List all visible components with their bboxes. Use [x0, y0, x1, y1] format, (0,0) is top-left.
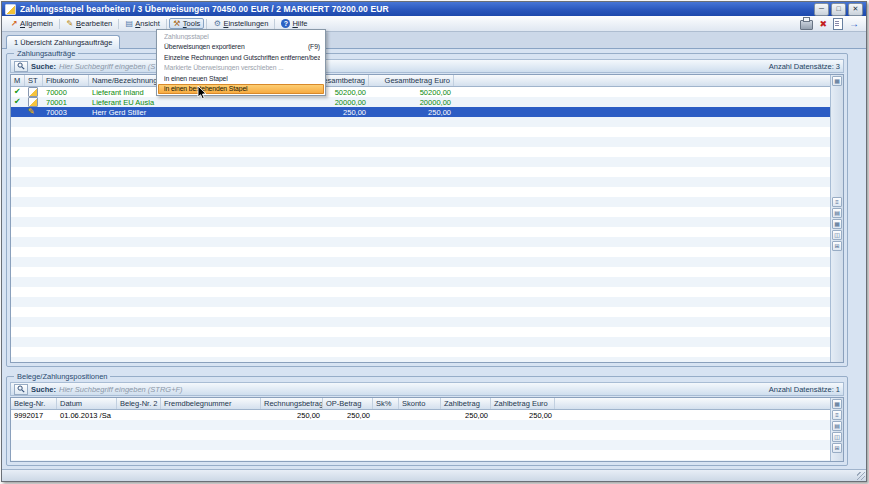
empty-row[interactable] [11, 327, 830, 337]
empty-row[interactable] [11, 267, 830, 277]
payment-row[interactable]: ✔70000Lieferant Inland50200,0050200,00 [11, 87, 830, 97]
menuitem-markierte-verschieben[interactable]: Markierte Überweisungen verschieben ... [158, 63, 324, 74]
empty-row[interactable] [11, 167, 830, 177]
empty-row[interactable] [11, 450, 830, 460]
menu-allgemein[interactable]: Allgemein [6, 18, 57, 29]
empty-row[interactable] [11, 187, 830, 197]
menuitem-ueberweisungen-exportieren[interactable]: Überweisungen exportieren (F9) [158, 42, 324, 53]
maximize-button[interactable] [831, 3, 846, 16]
position-row[interactable]: 999201701.06.2013 /Sa250,00250,00250,002… [11, 410, 830, 420]
form-view-icon[interactable] [832, 421, 842, 431]
shortcut-f9: (F9) [308, 43, 320, 50]
add-view-icon[interactable] [832, 443, 842, 453]
search-icon[interactable] [14, 61, 28, 72]
menuitem-in-neuen-stapel[interactable]: in einen neuen Stapel [158, 73, 324, 84]
empty-row[interactable] [11, 117, 830, 127]
split-view-icon[interactable] [832, 230, 842, 240]
fibukonto-cell: 70003 [43, 107, 89, 117]
search-icon[interactable] [14, 384, 28, 395]
menubar-separator [206, 19, 207, 29]
positions-table-body: 999201701.06.2013 /Sa250,00250,00250,002… [11, 410, 830, 461]
col-header-fibukonto[interactable]: Fibukonto [43, 75, 89, 86]
close-button[interactable] [848, 3, 863, 16]
empty-row[interactable] [11, 347, 830, 357]
col-header-op-betrag[interactable]: OP-Betrag [323, 398, 373, 409]
col-header-zahlbetrag[interactable]: Zahlbetrag [441, 398, 491, 409]
form-view-icon[interactable] [832, 208, 842, 218]
delete-button[interactable] [819, 18, 827, 30]
list-view-icon[interactable] [832, 410, 842, 420]
table-grid-icon[interactable] [832, 399, 842, 409]
print-button[interactable] [800, 18, 813, 30]
menu-hilfe[interactable]: Hilfe [277, 18, 311, 29]
empty-row[interactable] [11, 297, 830, 307]
titlebar[interactable]: Zahlungsstapel bearbeiten / 3 Überweisun… [2, 2, 866, 16]
empty-row[interactable] [11, 317, 830, 327]
op-betrag-cell: 250,00 [323, 410, 373, 420]
col-header-st[interactable]: ST [25, 75, 43, 86]
split-view-icon[interactable] [832, 432, 842, 442]
navigate-button[interactable] [849, 18, 859, 30]
minimize-button[interactable] [814, 3, 829, 16]
resize-grip[interactable] [857, 472, 865, 480]
empty-row[interactable] [11, 177, 830, 187]
empty-row[interactable] [11, 357, 830, 362]
col-header-m[interactable]: M [11, 75, 25, 86]
payments-searchbar[interactable]: Suche: Hier Suchbegriff eingeben (STRG+F… [10, 59, 844, 73]
payments-table-body: ✔70000Lieferant Inland50200,0050200,00✔7… [11, 87, 830, 362]
menu-bearbeiten[interactable]: Bearbeiten [62, 18, 116, 29]
empty-row[interactable] [11, 287, 830, 297]
empty-row[interactable] [11, 420, 830, 430]
search-input[interactable]: Hier Suchbegriff eingeben (STRG+F) [59, 385, 766, 394]
empty-row[interactable] [11, 157, 830, 167]
col-header-datum[interactable]: Datum [57, 398, 117, 409]
col-header-skonto[interactable]: Skonto [399, 398, 441, 409]
payment-row[interactable]: ✔70001Lieferant EU Ausla20000,0020000,00 [11, 97, 830, 107]
empty-row[interactable] [11, 337, 830, 347]
menuitem-zahlungsstapel[interactable]: Zahlungsstapel [158, 31, 324, 42]
payment-row[interactable]: 70003Herr Gerd Stiller250,00250,00 [11, 107, 830, 117]
menubar-separator [274, 19, 275, 29]
empty-row[interactable] [11, 440, 830, 450]
positions-searchbar[interactable]: Suche: Hier Suchbegriff eingeben (STRG+F… [10, 382, 844, 396]
window-title: Zahlungsstapel bearbeiten / 3 Überweisun… [20, 4, 814, 14]
empty-row[interactable] [11, 237, 830, 247]
empty-row[interactable] [11, 257, 830, 267]
empty-row[interactable] [11, 430, 830, 440]
empty-row[interactable] [11, 460, 830, 461]
menu-ansicht[interactable]: Ansicht [121, 18, 164, 29]
empty-row[interactable] [11, 247, 830, 257]
menuitem-einzelne-rechnungen-entfernen[interactable]: Einzelne Rechnungen und Gutschriften ent… [158, 52, 324, 63]
zahlbetrag-cell: 250,00 [441, 410, 491, 420]
st-cell [25, 87, 43, 97]
empty-row[interactable] [11, 307, 830, 317]
menu-einstellungen[interactable]: Einstellungen [209, 18, 272, 29]
document-button[interactable] [833, 18, 843, 30]
menuitem-in-bestehenden-stapel[interactable]: in einen bestehenden Stapel [158, 84, 324, 95]
add-view-icon[interactable] [832, 241, 842, 251]
empty-row[interactable] [11, 147, 830, 157]
col-header-fremdbelegnummer[interactable]: Fremdbelegnummer [161, 398, 261, 409]
empty-row[interactable] [11, 207, 830, 217]
empty-row[interactable] [11, 197, 830, 207]
empty-row[interactable] [11, 227, 830, 237]
col-header-beleg-nr-2[interactable]: Beleg-Nr. 2 [117, 398, 161, 409]
col-header-beleg-nr[interactable]: Beleg-Nr. [11, 398, 57, 409]
printer-icon [800, 20, 813, 30]
tab-uebersicht-zahlungsauftraege[interactable]: 1 Übersicht Zahlungsaufträge [6, 35, 120, 49]
app-icon [5, 4, 16, 15]
empty-row[interactable] [11, 137, 830, 147]
col-header-sk[interactable]: Sk% [373, 398, 399, 409]
col-header-gesamtbetrag-euro[interactable]: Gesamtbetrag Euro [369, 75, 454, 86]
empty-row[interactable] [11, 127, 830, 137]
table-grid-icon[interactable] [832, 76, 842, 86]
menu-tools[interactable]: Tools [169, 18, 205, 29]
empty-row[interactable] [11, 217, 830, 227]
list-view-icon[interactable] [832, 197, 842, 207]
tools-icon [173, 19, 181, 28]
empty-row[interactable] [11, 277, 830, 287]
col-header-rechnungsbetrag[interactable]: Rechnungsbetrag [261, 398, 323, 409]
grid-view-icon[interactable] [832, 219, 842, 229]
positions-table-header: Beleg-Nr. Datum Beleg-Nr. 2 Fremdbelegnu… [11, 398, 830, 410]
col-header-zahlbetrag-euro[interactable]: Zahlbetrag Euro [491, 398, 555, 409]
